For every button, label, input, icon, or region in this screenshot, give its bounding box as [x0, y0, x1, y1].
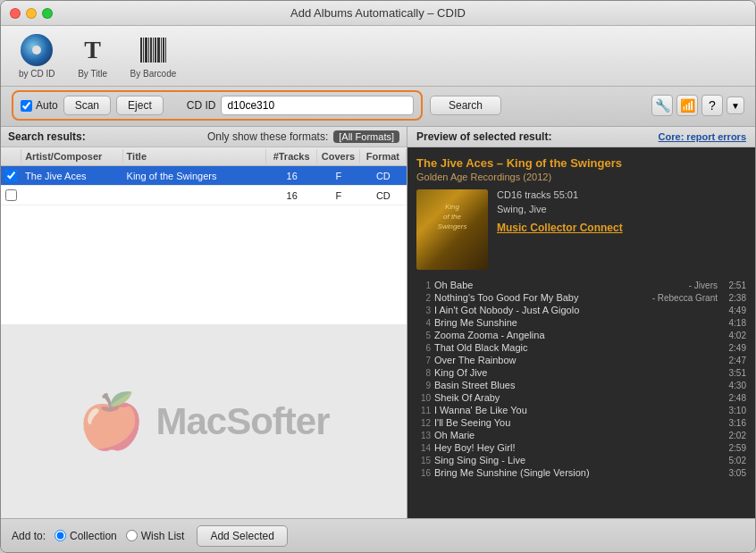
row-check[interactable]: [1, 168, 21, 183]
track-title: Bring Me Sunshine (Single Version): [434, 467, 718, 478]
tracklist: 1 Oh Babe - Jivers 2:51 2 Nothing's Too …: [416, 279, 746, 479]
right-pane: Preview of selected result: Core: report…: [407, 127, 755, 518]
row-title: [123, 194, 267, 197]
all-formats-badge[interactable]: [All Formats]: [333, 130, 399, 143]
track-number: 12: [416, 418, 431, 428]
row-covers: F: [317, 189, 360, 203]
by-cd-id-button[interactable]: by CD ID: [12, 30, 63, 82]
report-errors-link[interactable]: Core: report errors: [659, 131, 746, 142]
row-format: CD: [360, 189, 407, 203]
minimize-button[interactable]: [26, 8, 37, 19]
only-show-label: Only show these formats:: [207, 130, 328, 143]
main-content: Search results: Only show these formats:…: [1, 127, 755, 518]
apple-icon: 🍎: [78, 390, 145, 453]
window-title: Add Albums Automatically – CDID: [290, 6, 466, 20]
by-title-button[interactable]: T By Title: [70, 30, 116, 82]
track-number: 13: [416, 431, 431, 440]
left-header: Search results: Only show these formats:…: [1, 127, 407, 147]
track-duration: 2:47: [721, 356, 746, 365]
track-number: 14: [416, 443, 431, 453]
dropdown-arrow-button[interactable]: ▼: [727, 96, 744, 114]
row-title: King of the Swingers: [123, 169, 267, 183]
right-header: Preview of selected result: Core: report…: [407, 127, 755, 147]
add-to-label: Add to:: [12, 530, 46, 542]
track-item: 13 Oh Marie 2:02: [416, 429, 746, 441]
app-window: Add Albums Automatically – CDID by CD ID…: [0, 0, 756, 553]
track-title: Bring Me Sunshine: [434, 317, 718, 328]
watermark-area: 🍎 MacSofter: [1, 324, 407, 518]
album-subtitle: Golden Age Recordings (2012): [416, 172, 746, 182]
track-item: 9 Basin Street Blues 4:30: [416, 379, 746, 391]
track-duration: 4:30: [721, 381, 746, 390]
auto-label: Auto: [36, 99, 58, 112]
track-duration: 2:02: [721, 431, 746, 440]
track-title: I'll Be Seeing You: [434, 417, 718, 428]
search-button[interactable]: Search: [430, 96, 501, 115]
track-duration: 2:59: [721, 443, 746, 453]
track-duration: 2:51: [721, 281, 746, 290]
track-item: 1 Oh Babe - Jivers 2:51: [416, 279, 746, 291]
track-title: King Of Jive: [434, 367, 718, 378]
album-title: The Jive Aces – King of the Swingers: [416, 156, 746, 170]
music-collector-link[interactable]: Music Collector Connect: [497, 222, 623, 234]
close-button[interactable]: [10, 8, 21, 19]
track-title: Sheik Of Araby: [434, 392, 718, 403]
row-check[interactable]: [1, 188, 21, 203]
track-title: I Ain't Got Nobody - Just A Gigolo: [434, 305, 718, 315]
left-pane: Search results: Only show these formats:…: [1, 127, 407, 518]
scan-button[interactable]: Scan: [63, 96, 111, 115]
genres-line: Swing, Jive: [497, 204, 623, 214]
split-pane: Search results: Only show these formats:…: [1, 127, 755, 518]
track-duration: 3:51: [721, 368, 746, 378]
col-covers: Covers: [317, 149, 360, 163]
track-item: 8 King Of Jive 3:51: [416, 366, 746, 379]
by-barcode-label: By Barcode: [130, 69, 177, 79]
by-barcode-button[interactable]: By Barcode: [123, 30, 184, 82]
table-row[interactable]: 16 F CD: [1, 186, 407, 205]
track-item: 2 Nothing's Too Good For My Baby - Rebec…: [416, 291, 746, 304]
preview-label: Preview of selected result:: [416, 130, 551, 143]
table-row[interactable]: The Jive Aces King of the Swingers 16 F …: [1, 166, 407, 186]
orange-control-box: Auto Scan Eject CD ID: [12, 90, 423, 121]
traffic-lights: [10, 8, 53, 19]
track-title: Zooma Zooma - Angelina: [434, 330, 718, 340]
track-item: 12 I'll Be Seeing You 3:16: [416, 416, 746, 429]
title-icon: T: [77, 34, 109, 66]
track-item: 5 Zooma Zooma - Angelina 4:02: [416, 329, 746, 341]
cd-id-input[interactable]: [221, 96, 414, 115]
wifi-icon[interactable]: 📶: [676, 95, 698, 116]
wish-list-radio-label[interactable]: Wish List: [126, 530, 185, 542]
auto-checkbox-label[interactable]: Auto: [21, 99, 58, 112]
auto-checkbox[interactable]: [21, 100, 32, 112]
by-cd-id-label: by CD ID: [19, 69, 55, 79]
track-duration: 4:02: [721, 331, 746, 340]
album-meta: CD16 tracks 55:01 Swing, Jive Music Coll…: [497, 189, 623, 270]
track-title: Basin Street Blues: [434, 380, 718, 390]
settings-icon[interactable]: 🔧: [651, 95, 673, 116]
track-number: 10: [416, 393, 431, 403]
row-tracks: 16: [266, 169, 317, 183]
col-check: [1, 149, 21, 163]
wish-list-radio[interactable]: [126, 530, 138, 541]
track-number: 3: [416, 306, 431, 315]
collection-radio-label[interactable]: Collection: [55, 530, 117, 542]
eject-button[interactable]: Eject: [116, 96, 164, 115]
track-item: 14 Hey Boy! Hey Girl! 2:59: [416, 441, 746, 454]
track-number: 16: [416, 468, 431, 478]
maximize-button[interactable]: [42, 8, 53, 19]
track-number: 9: [416, 381, 431, 390]
track-duration: 3:05: [721, 468, 746, 478]
track-item: 4 Bring Me Sunshine 4:18: [416, 316, 746, 329]
search-results-label: Search results:: [8, 130, 86, 143]
search-results-table: The Jive Aces King of the Swingers 16 F …: [1, 166, 407, 324]
album-cover: Kingof theSwingers: [416, 189, 488, 270]
wish-list-label: Wish List: [141, 530, 185, 542]
help-icon[interactable]: ?: [701, 95, 723, 116]
track-item: 6 That Old Black Magic 2:49: [416, 341, 746, 354]
track-duration: 3:10: [721, 406, 746, 415]
collection-radio[interactable]: [55, 530, 66, 541]
track-duration: 2:48: [721, 393, 746, 403]
track-duration: 2:49: [721, 343, 746, 353]
add-selected-button[interactable]: Add Selected: [197, 525, 287, 547]
track-duration: 3:16: [721, 418, 746, 428]
